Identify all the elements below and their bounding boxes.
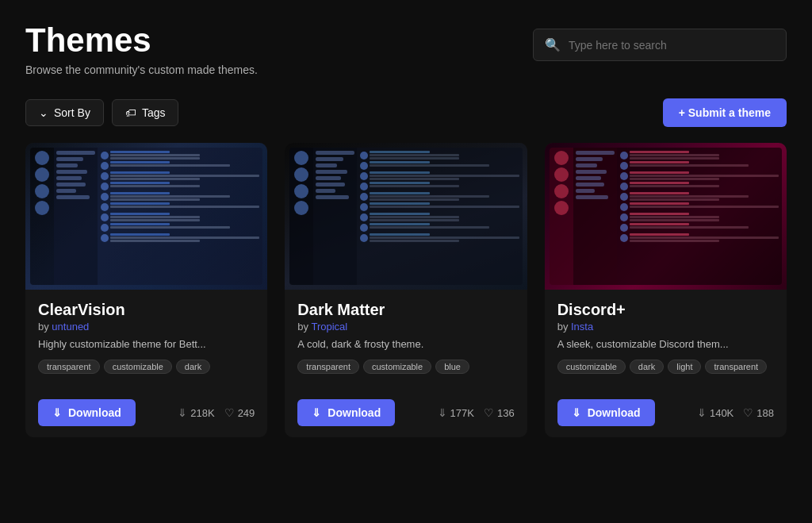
download-button-discordplus[interactable]: ⇓ Download (557, 399, 655, 426)
mock-text-line (630, 216, 719, 218)
submit-theme-label: + Submit a theme (679, 106, 771, 119)
mock-text-line (110, 219, 200, 221)
mock-text-line (370, 195, 489, 198)
mock-avatar (620, 183, 628, 190)
theme-body-clearvision: ClearVisionby untunedHighly customizable… (25, 290, 267, 393)
mock-text-lines (630, 223, 779, 229)
tag-customizable[interactable]: customizable (363, 360, 431, 374)
mock-avatar (620, 234, 628, 242)
download-icon-discordplus: ⇓ (572, 406, 581, 419)
mock-username-line (630, 213, 689, 215)
download-stat-icon-discordplus: ⇓ (697, 406, 707, 419)
mock-channel (56, 163, 78, 167)
mock-username-line (110, 233, 170, 236)
mock-channel (56, 170, 87, 174)
mock-message (101, 171, 259, 180)
download-button-darkmatter[interactable]: ⇓ Download (297, 399, 395, 426)
mock-text-line (110, 157, 200, 160)
mock-username-line (370, 182, 429, 184)
mock-text-line (630, 164, 749, 167)
mock-username-line (110, 213, 170, 215)
download-count-value-clearvision: 218K (190, 407, 214, 419)
mock-server-icon (294, 184, 308, 198)
mock-text-line (630, 185, 719, 187)
theme-body-darkmatter: Dark Matterby TropicalA cold, dark & fro… (285, 290, 527, 393)
mock-username-line (370, 213, 429, 215)
mock-text-line (630, 219, 719, 221)
tag-transparent[interactable]: transparent (297, 360, 359, 374)
tags-button[interactable]: 🏷 Tags (112, 99, 179, 126)
mock-username-line (630, 171, 689, 174)
mock-username-line (630, 192, 689, 194)
mock-text-lines (370, 192, 519, 201)
mock-message (101, 233, 259, 242)
mock-text-lines (370, 233, 519, 242)
mock-server-icon (554, 184, 569, 198)
mock-channel (316, 176, 341, 180)
mock-message (620, 202, 779, 211)
cards-grid: ClearVisionby untunedHighly customizable… (0, 140, 812, 456)
mock-channel (56, 151, 95, 155)
mock-chat (617, 148, 782, 285)
mock-message (620, 223, 779, 232)
mock-text-line (370, 219, 459, 221)
sort-by-button[interactable]: ⌄ Sort By (25, 99, 104, 126)
like-count-value-darkmatter: 136 (497, 407, 515, 419)
mock-avatar (101, 172, 109, 180)
mock-message (620, 151, 779, 160)
mock-text-line (630, 226, 749, 229)
mock-avatar (101, 193, 109, 201)
theme-title-discordplus: Discord+ (557, 301, 774, 319)
mock-message (360, 213, 519, 221)
mock-message (360, 151, 519, 160)
download-count-value-discordplus: 140K (710, 407, 733, 419)
like-count-darkmatter: ♡ 136 (484, 406, 515, 419)
mock-username-line (370, 202, 429, 205)
author-link-clearvision[interactable]: untuned (52, 321, 89, 333)
tag-dark[interactable]: dark (630, 360, 664, 374)
submit-theme-button[interactable]: + Submit a theme (663, 98, 787, 127)
download-button-clearvision[interactable]: ⇓ Download (38, 399, 136, 426)
mock-channel (56, 195, 90, 199)
mock-text-line (110, 206, 259, 208)
mock-text-line (110, 164, 230, 167)
mock-avatar (101, 224, 109, 232)
mock-username-line (370, 151, 429, 153)
mock-text-line (110, 195, 230, 198)
mock-username-line (110, 223, 170, 225)
mock-channel (56, 183, 86, 187)
mock-text-lines (630, 171, 779, 180)
mock-server-icon (35, 201, 49, 215)
mock-channels (573, 148, 617, 285)
tag-customizable[interactable]: customizable (557, 360, 626, 374)
mock-channel (316, 170, 347, 174)
author-link-discordplus[interactable]: Insta (571, 321, 593, 333)
tag-customizable[interactable]: customizable (104, 360, 172, 374)
mock-channel (316, 157, 343, 161)
mock-text-lines (110, 161, 259, 167)
mock-text-lines (110, 171, 259, 180)
mock-message (360, 192, 519, 201)
mock-text-line (630, 237, 779, 239)
mock-text-line (370, 198, 459, 201)
mock-channel (56, 176, 82, 180)
theme-author-clearvision: by untuned (38, 321, 255, 333)
author-link-darkmatter[interactable]: Tropical (311, 321, 347, 333)
mock-channel (576, 151, 615, 155)
mock-text-lines (370, 213, 519, 221)
search-input[interactable] (569, 39, 775, 52)
download-count-discordplus: ⇓ 140K (697, 406, 733, 419)
tag-transparent[interactable]: transparent (38, 360, 100, 374)
mock-text-lines (110, 192, 259, 201)
theme-tags-discordplus: customizabledarklighttransparent (557, 360, 774, 374)
tag-blue[interactable]: blue (435, 360, 469, 374)
mock-text-line (110, 178, 200, 180)
theme-footer-clearvision: ⇓ Download ⇓ 218K ♡ 249 (25, 393, 267, 437)
tag-dark[interactable]: dark (176, 360, 210, 374)
tag-light[interactable]: light (668, 360, 701, 374)
mock-channels (313, 148, 357, 285)
tag-transparent[interactable]: transparent (705, 360, 767, 374)
page-title: Themes (25, 22, 258, 59)
like-count-value-discordplus: 188 (756, 407, 774, 419)
mock-text-lines (110, 182, 259, 187)
